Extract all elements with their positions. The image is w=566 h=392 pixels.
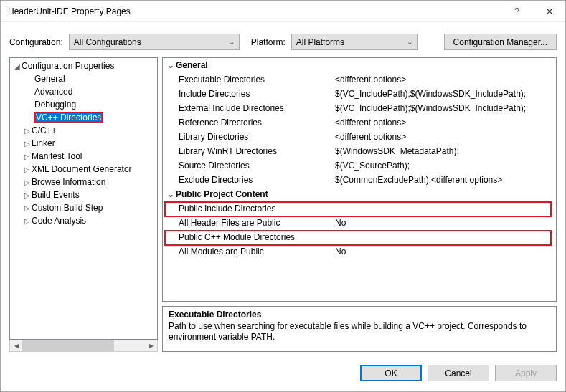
close-icon: [546, 8, 553, 15]
platform-label: Platform:: [251, 37, 286, 47]
description-title: Executable Directories: [169, 310, 550, 320]
tree-item-xml-doc-gen[interactable]: ▷XML Document Generator: [10, 163, 157, 176]
prop-library-winrt-dirs[interactable]: Library WinRT Directories$(WindowsSDK_Me…: [163, 144, 556, 158]
titlebar: HeaderUnit-IDE Property Pages ?: [1, 1, 565, 22]
property-tree[interactable]: ◢ Configuration Properties General Advan…: [9, 57, 158, 340]
property-pages-dialog: HeaderUnit-IDE Property Pages ? Configur…: [0, 0, 566, 392]
tree-root[interactable]: ◢ Configuration Properties: [10, 59, 157, 72]
tree-item-ccpp[interactable]: ▷C/C++: [10, 124, 157, 137]
chevron-down-icon: ⌄: [229, 38, 235, 46]
configuration-manager-button[interactable]: Configuration Manager...: [444, 34, 557, 50]
prop-all-headers-public[interactable]: All Header Files are PublicNo: [163, 216, 556, 230]
description-text: Path to use when searching for executabl…: [169, 321, 550, 343]
tree-item-custom-build-step[interactable]: ▷Custom Build Step: [10, 201, 157, 214]
prop-reference-dirs[interactable]: Reference Directories<different options>: [163, 115, 556, 130]
category-general[interactable]: ⌄General: [163, 58, 556, 72]
ok-button[interactable]: OK: [360, 365, 422, 381]
category-public-project-content[interactable]: ⌄Public Project Content: [163, 187, 556, 201]
collapse-arrow-icon: ⌄: [166, 189, 176, 199]
property-grid[interactable]: ⌄General Executable Directories<differen…: [162, 57, 557, 302]
scroll-thumb[interactable]: [22, 340, 114, 351]
prop-source-dirs[interactable]: Source Directories$(VC_SourcePath);: [163, 158, 556, 173]
platform-value: All Platforms: [296, 37, 344, 47]
expand-arrow-icon: ▷: [23, 191, 32, 199]
scroll-left-icon[interactable]: ◂: [10, 340, 22, 351]
tree-scrollbar[interactable]: ◂ ▸: [9, 340, 158, 352]
platform-combo[interactable]: All Platforms ⌄: [291, 34, 418, 50]
tree-item-manifest-tool[interactable]: ▷Manifest Tool: [10, 150, 157, 163]
expand-arrow-icon: ▷: [23, 140, 32, 148]
expand-arrow-icon: ▷: [23, 204, 32, 212]
expand-arrow-icon: ◢: [13, 62, 22, 70]
tree-item-code-analysis[interactable]: ▷Code Analysis: [10, 214, 157, 227]
config-row: Configuration: All Configurations ⌄ Plat…: [1, 22, 565, 57]
prop-all-modules-public[interactable]: All Modules are PublicNo: [163, 244, 556, 259]
prop-include-dirs[interactable]: Include Directories$(VC_IncludePath);$(W…: [163, 87, 556, 101]
close-button[interactable]: [533, 1, 565, 22]
collapse-arrow-icon: ⌄: [166, 60, 176, 70]
cancel-button[interactable]: Cancel: [428, 365, 489, 381]
prop-executable-dirs[interactable]: Executable Directories<different options…: [163, 72, 556, 87]
window-title: HeaderUnit-IDE Property Pages: [8, 6, 501, 16]
configuration-label: Configuration:: [9, 37, 63, 47]
prop-external-include-dirs[interactable]: External Include Directories$(VC_Include…: [163, 101, 556, 115]
apply-button[interactable]: Apply: [495, 365, 557, 381]
prop-public-cpp-module-dirs[interactable]: Public C++ Module Directories: [163, 230, 556, 244]
expand-arrow-icon: ▷: [23, 178, 32, 186]
configuration-combo[interactable]: All Configurations ⌄: [69, 34, 240, 50]
tree-item-linker[interactable]: ▷Linker: [10, 137, 157, 150]
tree-item-general[interactable]: General: [10, 72, 157, 85]
help-button[interactable]: ?: [501, 1, 533, 22]
tree-item-advanced[interactable]: Advanced: [10, 85, 157, 98]
tree-item-build-events[interactable]: ▷Build Events: [10, 188, 157, 201]
configuration-value: All Configurations: [74, 37, 141, 47]
dialog-footer: OK Cancel Apply: [1, 358, 565, 391]
tree-item-browse-info[interactable]: ▷Browse Information: [10, 176, 157, 188]
expand-arrow-icon: ▷: [23, 153, 32, 161]
description-pane: Executable Directories Path to use when …: [162, 306, 557, 352]
expand-arrow-icon: ▷: [23, 127, 32, 135]
expand-arrow-icon: ▷: [23, 166, 32, 173]
tree-item-vcpp-directories[interactable]: VC++ Directories: [10, 111, 157, 124]
tree-item-debugging[interactable]: Debugging: [10, 98, 157, 111]
expand-arrow-icon: ▷: [23, 217, 32, 225]
chevron-down-icon: ⌄: [407, 38, 412, 46]
prop-exclude-dirs[interactable]: Exclude Directories$(CommonExcludePath);…: [163, 173, 556, 187]
scroll-track[interactable]: [22, 340, 145, 351]
prop-public-include-dirs[interactable]: Public Include Directories: [163, 201, 556, 216]
prop-library-dirs[interactable]: Library Directories<different options>: [163, 130, 556, 144]
scroll-right-icon[interactable]: ▸: [145, 340, 157, 351]
